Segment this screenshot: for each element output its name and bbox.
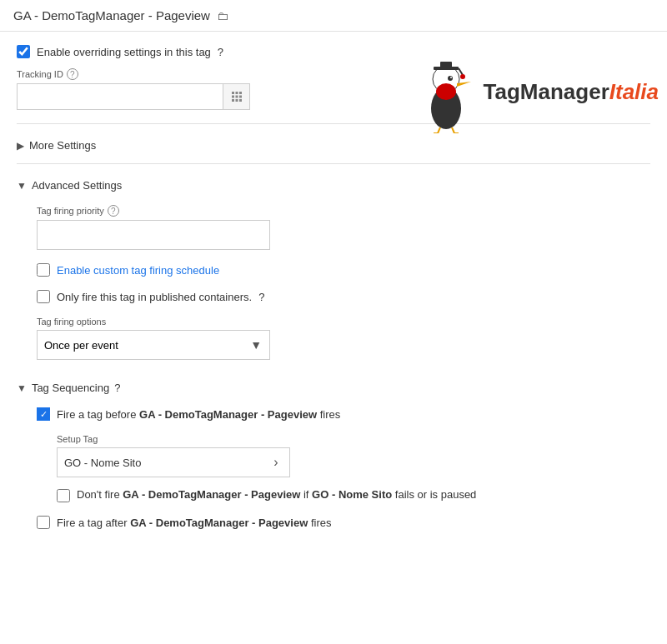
tag-firing-priority-label: Tag firing priority [37, 206, 104, 216]
tag-firing-priority-input[interactable] [37, 220, 270, 250]
svg-rect-18 [232, 96, 234, 98]
tracking-id-input-wrapper: {{gaID}} [17, 83, 250, 110]
svg-point-10 [436, 83, 456, 100]
tag-firing-options-select-wrapper: Once per event Once per page Unlimited ▼ [37, 330, 270, 360]
tag-firing-priority-help-icon[interactable]: ? [108, 205, 119, 217]
dont-fire-checkbox[interactable] [57, 489, 70, 502]
svg-rect-4 [440, 62, 452, 67]
setup-tag-selector[interactable]: GO - Nome Sito › [57, 447, 290, 477]
svg-point-6 [460, 74, 465, 79]
enable-override-help-icon[interactable]: ? [218, 46, 223, 58]
svg-rect-17 [239, 92, 242, 94]
enable-override-label: Enable overriding settings in this tag [37, 46, 211, 58]
svg-line-11 [438, 127, 440, 133]
tag-sequencing-header[interactable]: ▼ Tag Sequencing ? [17, 377, 650, 399]
tracking-id-help-icon[interactable]: ? [67, 68, 78, 80]
more-settings-chevron: ▶ [17, 140, 24, 152]
setup-tag-value: GO - Nome Sito [58, 453, 263, 472]
fire-before-text: Fire a tag before GA - DemoTagManager - … [57, 408, 340, 421]
svg-rect-19 [235, 96, 238, 98]
logo-text: TagManagerItalia [484, 81, 659, 102]
enable-custom-schedule-checkbox[interactable] [37, 263, 50, 277]
page-title: GA - DemoTagManager - Pageview [13, 8, 210, 22]
svg-point-9 [450, 77, 452, 78]
more-settings-label: More Settings [29, 139, 96, 152]
svg-line-5 [459, 68, 463, 75]
advanced-settings-header[interactable]: ▼ Advanced Settings [17, 174, 650, 197]
setup-tag-label: Setup Tag [57, 434, 650, 444]
advanced-settings-chevron: ▼ [17, 180, 27, 192]
tag-firing-options-select[interactable]: Once per event Once per page Unlimited [37, 330, 270, 360]
setup-tag-arrow-icon: › [263, 448, 289, 477]
tracking-id-input[interactable]: {{gaID}} [18, 87, 223, 107]
tag-sequencing-chevron: ▼ [17, 382, 27, 394]
logo-bird [409, 50, 484, 133]
tracking-id-grid-icon[interactable] [223, 84, 249, 109]
enable-override-checkbox[interactable] [17, 45, 30, 58]
svg-line-12 [452, 127, 454, 133]
svg-rect-20 [239, 96, 242, 98]
more-settings-row[interactable]: ▶ More Settings [17, 134, 650, 157]
enable-custom-schedule-label: Enable custom tag firing schedule [57, 264, 219, 277]
tag-sequencing-label: Tag Sequencing [32, 382, 109, 394]
only-fire-checkbox[interactable] [37, 290, 50, 303]
fire-before-checkbox[interactable]: ✓ [37, 407, 50, 421]
svg-rect-21 [232, 99, 234, 102]
only-fire-help-icon[interactable]: ? [258, 291, 264, 303]
advanced-settings-label: Advanced Settings [32, 179, 122, 192]
svg-rect-15 [232, 92, 234, 94]
svg-rect-23 [239, 99, 242, 102]
svg-point-8 [448, 76, 453, 81]
only-fire-label: Only fire this tag in published containe… [57, 291, 252, 303]
fire-after-text: Fire a tag after GA - DemoTagManager - P… [57, 517, 331, 529]
tag-firing-options-label: Tag firing options [37, 317, 650, 327]
fire-after-checkbox[interactable] [37, 516, 50, 529]
svg-rect-22 [235, 99, 238, 102]
svg-rect-16 [235, 92, 238, 94]
tracking-id-label: Tracking ID [17, 69, 63, 79]
folder-icon: 🗀 [217, 9, 228, 22]
tag-sequencing-help-icon[interactable]: ? [114, 382, 120, 394]
dont-fire-text: Don't fire GA - DemoTagManager - Pagevie… [77, 487, 476, 502]
